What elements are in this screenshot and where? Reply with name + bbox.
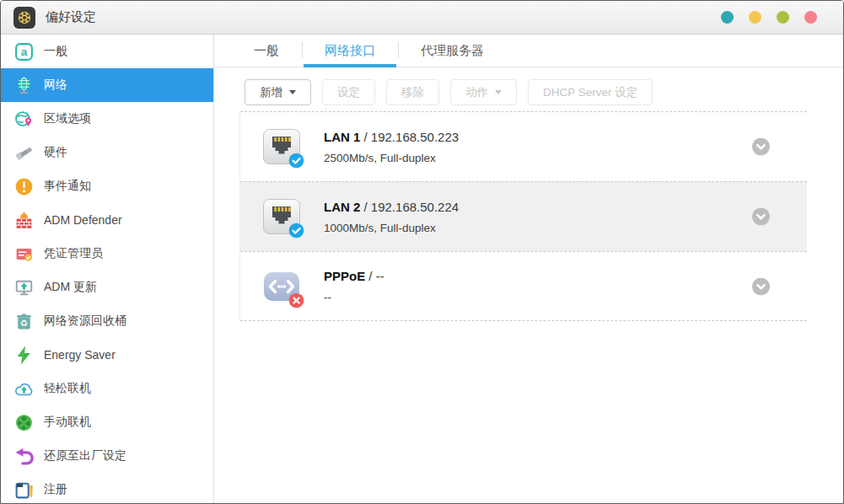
interface-row-lan2[interactable]: LAN 2 / 192.168.50.2241000Mb/s, Full-dup…	[240, 181, 807, 251]
button-label: 移除	[401, 85, 424, 100]
network-globe-icon	[13, 75, 35, 96]
interface-address: / --	[365, 269, 384, 283]
status-connected-badge	[288, 153, 304, 169]
sidebar-item-label: 一般	[44, 44, 67, 59]
svg-text:a: a	[21, 46, 28, 58]
interface-name: PPPoE	[324, 269, 365, 283]
tab-proxy-server[interactable]: 代理服务器	[398, 35, 507, 67]
sidebar-item-label: ADM 更新	[44, 280, 97, 295]
firewall-flame-icon	[13, 210, 35, 231]
register-clipboard-icon	[13, 480, 35, 501]
dropdown-caret-icon	[495, 90, 502, 94]
settings-button: 设定	[322, 79, 375, 105]
sidebar-item-ez-connect[interactable]: 轻松联机	[1, 372, 213, 405]
sidebar-item-label: 凭证管理员	[44, 246, 103, 261]
interface-info: LAN 1 / 192.168.50.2232500Mb/s, Full-dup…	[324, 130, 459, 164]
sidebar-item-network[interactable]: 网络	[1, 68, 213, 102]
sidebar: a一般网络区域选项硬件事件通知ADM Defender凭证管理员ADM 更新♻网…	[1, 35, 214, 503]
button-label: 新增	[260, 85, 282, 100]
network-sphere-icon	[13, 412, 35, 433]
sidebar-item-energy-saver[interactable]: Energy Saver	[1, 338, 213, 372]
add-button[interactable]: 新增	[245, 79, 311, 105]
sidebar-item-label: 网络	[44, 78, 67, 93]
sidebar-item-manual-connect[interactable]: 手动联机	[1, 405, 213, 439]
tab-bar: 一般网络接口代理服务器	[214, 35, 843, 67]
toolbar: 新增设定移除动作DHCP Server 设定	[214, 67, 843, 111]
window-control-teal-icon[interactable]	[721, 11, 734, 24]
interface-title: PPPoE / --	[324, 269, 384, 283]
hardware-wrench-icon	[13, 142, 35, 164]
sidebar-item-label: 事件通知	[44, 179, 91, 194]
lightning-bolt-icon	[13, 345, 35, 366]
svg-text:♻: ♻	[20, 318, 28, 328]
sidebar-item-certificate-manager[interactable]: 凭证管理员	[1, 237, 213, 271]
sidebar-item-regional-options[interactable]: 区域选项	[1, 102, 213, 136]
sidebar-item-registration[interactable]: 注册	[1, 473, 213, 503]
cloud-upload-icon	[13, 378, 35, 399]
window-control-red-icon[interactable]	[804, 11, 817, 24]
status-disconnected-badge	[288, 292, 304, 308]
expand-chevron-button[interactable]	[752, 277, 770, 295]
interface-info: PPPoE / ----	[324, 269, 384, 303]
sidebar-item-label: 轻松联机	[44, 381, 91, 396]
preferences-gear-icon	[13, 7, 35, 29]
monitor-update-icon	[13, 277, 35, 298]
window-control-yellow-icon[interactable]	[749, 11, 761, 24]
interface-name: LAN 2	[324, 200, 360, 214]
interface-detail: --	[324, 291, 384, 303]
sidebar-item-adm-update[interactable]: ADM 更新	[1, 271, 213, 304]
interface-row-lan1[interactable]: LAN 1 / 192.168.50.2232500Mb/s, Full-dup…	[240, 111, 807, 181]
dhcp-server-button: DHCP Server 设定	[528, 79, 653, 105]
interface-name: LAN 1	[324, 130, 360, 144]
window-control-green-icon[interactable]	[777, 11, 789, 24]
pppoe-link-icon	[261, 266, 302, 307]
ethernet-port-icon	[261, 126, 302, 167]
titlebar[interactable]: 偏好设定	[1, 1, 843, 35]
interface-detail: 2500Mb/s, Full-duplex	[324, 152, 459, 164]
sidebar-item-hardware[interactable]: 硬件	[1, 136, 213, 169]
interface-address: / 192.168.50.224	[360, 200, 459, 214]
status-connected-badge	[288, 223, 304, 239]
sidebar-item-label: 网络资源回收桶	[44, 314, 126, 329]
interface-title: LAN 1 / 192.168.50.223	[324, 130, 459, 144]
sidebar-item-label: 硬件	[44, 145, 67, 160]
restore-arrow-icon	[13, 446, 35, 467]
button-label: 动作	[465, 85, 488, 100]
window-title: 偏好设定	[46, 9, 96, 25]
sidebar-item-label: 手动联机	[44, 415, 91, 430]
interface-address: / 192.168.50.223	[360, 130, 459, 144]
asustor-logo-icon: a	[13, 41, 35, 62]
tab-general[interactable]: 一般	[231, 35, 302, 67]
interface-detail: 1000Mb/s, Full-duplex	[324, 222, 459, 234]
sidebar-item-general[interactable]: a一般	[1, 35, 213, 68]
sidebar-item-label: ADM Defender	[44, 213, 122, 227]
certificate-card-icon	[13, 244, 35, 265]
interface-info: LAN 2 / 192.168.50.2241000Mb/s, Full-dup…	[324, 200, 459, 234]
interface-title: LAN 2 / 192.168.50.224	[324, 200, 459, 214]
button-label: 设定	[337, 85, 360, 100]
window-controls	[721, 11, 830, 24]
action-button: 动作	[450, 79, 517, 105]
region-globe-pin-icon	[13, 109, 35, 130]
alert-circle-icon	[13, 176, 35, 197]
sidebar-item-adm-defender[interactable]: ADM Defender	[1, 203, 213, 237]
ethernet-port-icon	[261, 196, 302, 237]
sidebar-item-network-recycle-bin[interactable]: ♻网络资源回收桶	[1, 304, 213, 338]
expand-chevron-button[interactable]	[752, 208, 770, 226]
dropdown-caret-icon	[289, 90, 296, 94]
remove-button: 移除	[386, 79, 439, 105]
preferences-window: 偏好设定 a一般网络区域选项硬件事件通知ADM Defender凭证管理员ADM…	[0, 0, 844, 504]
sidebar-item-label: 注册	[44, 482, 67, 497]
sidebar-item-label: 区域选项	[44, 111, 91, 126]
main-panel: 一般网络接口代理服务器 新增设定移除动作DHCP Server 设定 LAN 1…	[214, 35, 843, 503]
interface-row-pppoe[interactable]: PPPoE / ----	[240, 251, 807, 321]
recycle-bin-icon: ♻	[13, 311, 35, 332]
sidebar-item-factory-default[interactable]: 还原至出厂设定	[1, 439, 213, 473]
expand-chevron-button[interactable]	[752, 138, 770, 156]
sidebar-item-event-notification[interactable]: 事件通知	[1, 169, 213, 203]
tab-network-interface[interactable]: 网络接口	[302, 35, 398, 67]
button-label: DHCP Server 设定	[543, 85, 637, 100]
interface-list: LAN 1 / 192.168.50.2232500Mb/s, Full-dup…	[239, 111, 807, 321]
sidebar-item-label: 还原至出厂设定	[44, 448, 126, 464]
sidebar-item-label: Energy Saver	[44, 348, 116, 362]
